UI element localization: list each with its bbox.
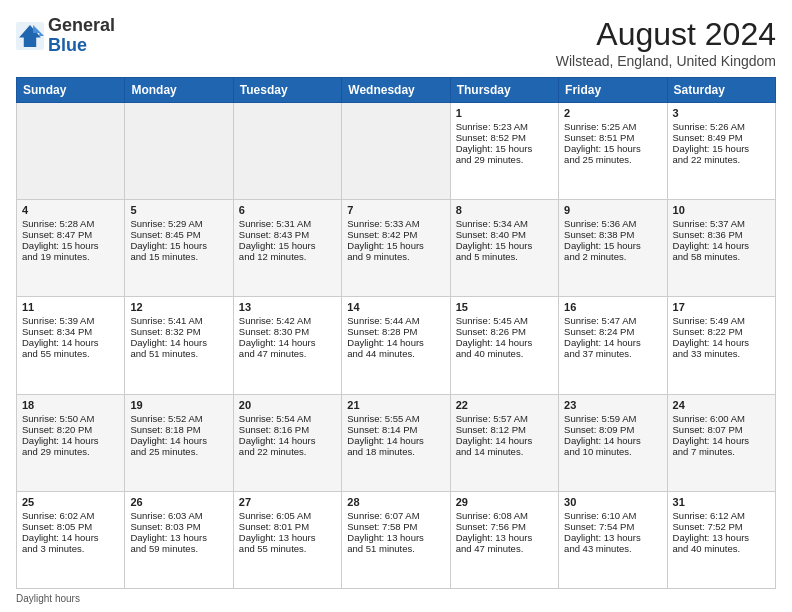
day-info: Sunset: 8:24 PM xyxy=(564,326,634,337)
day-info: Sunset: 8:01 PM xyxy=(239,521,309,532)
day-info: Daylight: 15 hours xyxy=(456,143,533,154)
calendar-cell: 26Sunrise: 6:03 AMSunset: 8:03 PMDayligh… xyxy=(125,491,233,588)
day-info: Sunset: 8:28 PM xyxy=(347,326,417,337)
day-info: Sunset: 8:43 PM xyxy=(239,229,309,240)
day-info: Sunrise: 5:47 AM xyxy=(564,315,636,326)
day-info: and 19 minutes. xyxy=(22,251,90,262)
day-info: Daylight: 14 hours xyxy=(564,337,641,348)
day-info: Daylight: 15 hours xyxy=(130,240,207,251)
day-info: Daylight: 14 hours xyxy=(673,240,750,251)
day-number: 2 xyxy=(564,107,661,119)
day-info: Daylight: 14 hours xyxy=(22,532,99,543)
day-info: and 55 minutes. xyxy=(22,348,90,359)
day-number: 29 xyxy=(456,496,553,508)
day-info: Sunset: 8:16 PM xyxy=(239,424,309,435)
day-number: 13 xyxy=(239,301,336,313)
month-title: August 2024 xyxy=(556,16,776,53)
day-info: Sunset: 8:14 PM xyxy=(347,424,417,435)
day-info: and 29 minutes. xyxy=(456,154,524,165)
page: General Blue August 2024 Wilstead, Engla… xyxy=(0,0,792,612)
day-info: and 59 minutes. xyxy=(130,543,198,554)
calendar-day-header: Saturday xyxy=(667,78,775,103)
day-info: Sunrise: 5:28 AM xyxy=(22,218,94,229)
day-info: Daylight: 15 hours xyxy=(673,143,750,154)
day-info: Sunset: 8:51 PM xyxy=(564,132,634,143)
day-info: Daylight: 14 hours xyxy=(673,435,750,446)
day-info: Daylight: 14 hours xyxy=(456,337,533,348)
calendar-week-row: 25Sunrise: 6:02 AMSunset: 8:05 PMDayligh… xyxy=(17,491,776,588)
day-info: Sunset: 7:56 PM xyxy=(456,521,526,532)
calendar-cell xyxy=(233,103,341,200)
day-info: Daylight: 13 hours xyxy=(564,532,641,543)
calendar-cell: 23Sunrise: 5:59 AMSunset: 8:09 PMDayligh… xyxy=(559,394,667,491)
location: Wilstead, England, United Kingdom xyxy=(556,53,776,69)
day-info: Sunrise: 6:08 AM xyxy=(456,510,528,521)
day-info: Sunset: 8:34 PM xyxy=(22,326,92,337)
day-info: and 47 minutes. xyxy=(239,348,307,359)
day-info: Sunrise: 5:25 AM xyxy=(564,121,636,132)
day-info: Daylight: 14 hours xyxy=(673,337,750,348)
day-info: Sunrise: 5:57 AM xyxy=(456,413,528,424)
calendar-week-row: 4Sunrise: 5:28 AMSunset: 8:47 PMDaylight… xyxy=(17,200,776,297)
day-info: Sunrise: 5:49 AM xyxy=(673,315,745,326)
day-number: 11 xyxy=(22,301,119,313)
day-number: 7 xyxy=(347,204,444,216)
day-info: Sunset: 8:05 PM xyxy=(22,521,92,532)
day-info: Sunset: 8:18 PM xyxy=(130,424,200,435)
day-info: Sunrise: 6:02 AM xyxy=(22,510,94,521)
logo-icon xyxy=(16,22,44,50)
calendar-day-header: Thursday xyxy=(450,78,558,103)
day-number: 15 xyxy=(456,301,553,313)
day-number: 9 xyxy=(564,204,661,216)
day-info: Daylight: 15 hours xyxy=(456,240,533,251)
day-number: 27 xyxy=(239,496,336,508)
day-info: Sunrise: 5:59 AM xyxy=(564,413,636,424)
logo: General Blue xyxy=(16,16,115,56)
day-info: Sunset: 8:20 PM xyxy=(22,424,92,435)
calendar-cell: 19Sunrise: 5:52 AMSunset: 8:18 PMDayligh… xyxy=(125,394,233,491)
day-info: and 47 minutes. xyxy=(456,543,524,554)
day-info: Sunrise: 6:07 AM xyxy=(347,510,419,521)
day-info: Daylight: 13 hours xyxy=(347,532,424,543)
day-info: Daylight: 13 hours xyxy=(673,532,750,543)
day-info: Daylight: 15 hours xyxy=(564,240,641,251)
day-number: 21 xyxy=(347,399,444,411)
day-info: and 9 minutes. xyxy=(347,251,409,262)
day-info: and 40 minutes. xyxy=(456,348,524,359)
calendar-cell: 3Sunrise: 5:26 AMSunset: 8:49 PMDaylight… xyxy=(667,103,775,200)
calendar-day-header: Friday xyxy=(559,78,667,103)
day-info: and 10 minutes. xyxy=(564,446,632,457)
calendar-cell: 29Sunrise: 6:08 AMSunset: 7:56 PMDayligh… xyxy=(450,491,558,588)
day-info: Sunset: 8:36 PM xyxy=(673,229,743,240)
calendar-cell: 4Sunrise: 5:28 AMSunset: 8:47 PMDaylight… xyxy=(17,200,125,297)
calendar-cell: 16Sunrise: 5:47 AMSunset: 8:24 PMDayligh… xyxy=(559,297,667,394)
day-info: Sunset: 8:22 PM xyxy=(673,326,743,337)
day-info: Sunset: 8:49 PM xyxy=(673,132,743,143)
day-info: Sunrise: 5:54 AM xyxy=(239,413,311,424)
day-info: Daylight: 13 hours xyxy=(130,532,207,543)
day-info: Sunrise: 5:42 AM xyxy=(239,315,311,326)
day-number: 26 xyxy=(130,496,227,508)
title-area: August 2024 Wilstead, England, United Ki… xyxy=(556,16,776,69)
day-info: and 40 minutes. xyxy=(673,543,741,554)
day-info: Daylight: 15 hours xyxy=(239,240,316,251)
day-info: and 22 minutes. xyxy=(239,446,307,457)
day-info: Sunrise: 5:44 AM xyxy=(347,315,419,326)
calendar-day-header: Tuesday xyxy=(233,78,341,103)
day-info: Sunrise: 5:52 AM xyxy=(130,413,202,424)
day-info: Sunrise: 5:45 AM xyxy=(456,315,528,326)
day-info: Sunset: 8:42 PM xyxy=(347,229,417,240)
day-number: 24 xyxy=(673,399,770,411)
day-info: Sunrise: 5:33 AM xyxy=(347,218,419,229)
day-info: Daylight: 15 hours xyxy=(22,240,99,251)
day-number: 17 xyxy=(673,301,770,313)
day-info: and 7 minutes. xyxy=(673,446,735,457)
day-info: and 43 minutes. xyxy=(564,543,632,554)
day-info: and 44 minutes. xyxy=(347,348,415,359)
calendar-day-header: Wednesday xyxy=(342,78,450,103)
day-info: Sunset: 8:38 PM xyxy=(564,229,634,240)
calendar-cell: 7Sunrise: 5:33 AMSunset: 8:42 PMDaylight… xyxy=(342,200,450,297)
calendar-cell: 6Sunrise: 5:31 AMSunset: 8:43 PMDaylight… xyxy=(233,200,341,297)
day-number: 6 xyxy=(239,204,336,216)
day-info: Sunset: 8:12 PM xyxy=(456,424,526,435)
